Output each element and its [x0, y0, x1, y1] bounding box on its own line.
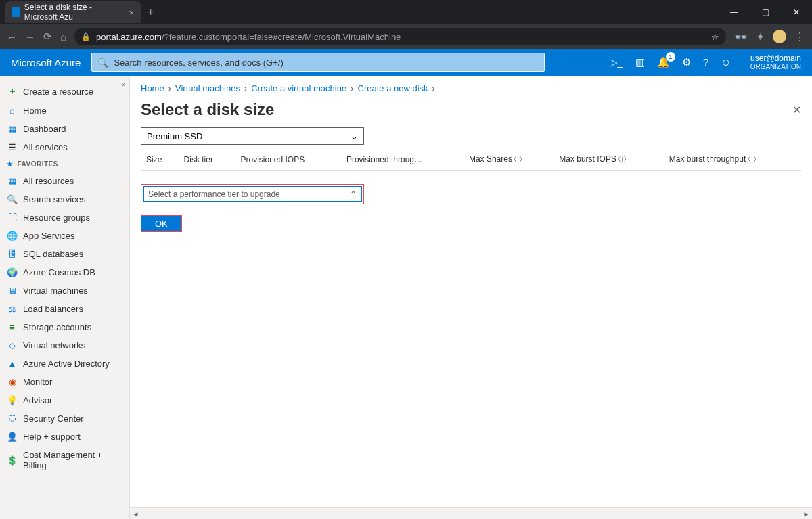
- list-icon: ☰: [7, 142, 18, 152]
- close-tab-icon[interactable]: ×: [129, 7, 134, 18]
- sidebar-item-storage-accounts[interactable]: ≡Storage accounts: [0, 318, 129, 336]
- sidebar-item-sql-databases[interactable]: 🗄SQL databases: [0, 245, 129, 263]
- sidebar-item-azure-cosmos-db[interactable]: 🌍Azure Cosmos DB: [0, 263, 129, 281]
- sidebar-item-azure-active-directory[interactable]: ▲Azure Active Directory: [0, 355, 129, 373]
- help-icon[interactable]: ?: [703, 56, 708, 68]
- breadcrumb-link[interactable]: Create a new disk: [358, 83, 428, 93]
- sidebar-item-advisor[interactable]: 💡Advisor: [0, 391, 129, 409]
- url-path: /?feature.customportal=false#create/Micr…: [162, 32, 401, 42]
- info-icon[interactable]: ⓘ: [618, 155, 626, 163]
- service-icon: ▲: [7, 359, 18, 369]
- service-icon: 🗄: [7, 249, 18, 259]
- column-header[interactable]: Provisioned IOPS: [235, 149, 340, 171]
- column-header[interactable]: Provisioned throug…: [341, 149, 464, 171]
- url-host: portal.azure.com: [96, 32, 162, 42]
- user-menu[interactable]: user@domain ORGANIZATION: [750, 53, 801, 71]
- horizontal-scrollbar[interactable]: ◄ ►: [130, 507, 812, 519]
- sidebar-item-virtual-networks[interactable]: ◇Virtual networks: [0, 336, 129, 355]
- reload-button[interactable]: ⟳: [43, 30, 52, 43]
- close-panel-icon[interactable]: ✕: [792, 104, 801, 116]
- column-header[interactable]: Max burst IOPS ⓘ: [554, 149, 664, 171]
- feedback-icon[interactable]: ☺: [721, 56, 731, 68]
- scroll-left-icon[interactable]: ◄: [130, 508, 141, 519]
- sidebar-item-load-balancers[interactable]: ⚖Load balancers: [0, 300, 129, 318]
- info-icon[interactable]: ⓘ: [514, 155, 522, 163]
- service-icon: ◉: [7, 377, 18, 387]
- browser-tab[interactable]: Select a disk size - Microsoft Azu ×: [5, 1, 141, 23]
- sidebar-favorites-header: ★FAVORITES: [0, 156, 129, 172]
- browser-menu-icon[interactable]: ⋮: [794, 30, 805, 43]
- disk-type-dropdown[interactable]: Premium SSD ⌄: [141, 127, 364, 145]
- sidebar-create-resource[interactable]: ＋Create a resource: [0, 81, 129, 101]
- azure-search-input[interactable]: 🔍 Search resources, services, and docs (…: [91, 53, 545, 72]
- forward-button[interactable]: →: [25, 31, 35, 43]
- service-icon: ▦: [7, 176, 18, 186]
- incognito-icon[interactable]: 👓: [734, 30, 748, 43]
- service-icon: 🌐: [7, 231, 18, 241]
- sidebar-item-virtual-machines[interactable]: 🖥Virtual machines: [0, 281, 129, 300]
- window-controls: ― ▢ ✕: [719, 0, 812, 24]
- service-icon: 🔍: [7, 194, 18, 204]
- sidebar-item-monitor[interactable]: ◉Monitor: [0, 373, 129, 391]
- column-header[interactable]: Size: [141, 149, 179, 171]
- user-org: ORGANIZATION: [750, 63, 801, 71]
- extensions-icon[interactable]: ✦: [756, 30, 765, 43]
- chevron-up-icon: ⌃: [350, 189, 357, 199]
- breadcrumb-link[interactable]: Home: [141, 83, 164, 93]
- sidebar-item-search-services[interactable]: 🔍Search services: [0, 190, 129, 208]
- column-header[interactable]: Max Shares ⓘ: [464, 149, 554, 171]
- minimize-button[interactable]: ―: [719, 0, 750, 24]
- performance-tier-dropdown[interactable]: Select a performance tier to upgrade ⌃: [143, 186, 362, 202]
- home-button[interactable]: ⌂: [60, 31, 66, 43]
- notifications-icon[interactable]: 🔔1: [657, 56, 670, 68]
- chevron-down-icon: ⌄: [351, 131, 358, 141]
- browser-address-bar: ← → ⟳ ⌂ 🔒 portal.azure.com/?feature.cust…: [0, 24, 812, 49]
- sidebar-dashboard[interactable]: ▦Dashboard: [0, 120, 129, 138]
- sidebar-home[interactable]: ⌂Home: [0, 101, 129, 120]
- lock-icon: 🔒: [81, 32, 91, 41]
- page-title: Select a disk size: [141, 100, 274, 119]
- sidebar-all-services[interactable]: ☰All services: [0, 138, 129, 156]
- azure-sidebar: « ＋Create a resource ⌂Home ▦Dashboard ☰A…: [0, 76, 130, 519]
- back-button[interactable]: ←: [7, 31, 17, 43]
- main-panel: Home › Virtual machines › Create a virtu…: [130, 76, 812, 519]
- chevron-right-icon: ›: [168, 83, 171, 93]
- ok-button[interactable]: OK: [141, 215, 182, 232]
- user-email: user@domain: [750, 53, 801, 63]
- info-icon[interactable]: ⓘ: [748, 155, 756, 163]
- url-field[interactable]: 🔒 portal.azure.com/?feature.customportal…: [74, 28, 726, 45]
- settings-icon[interactable]: ⚙: [682, 56, 691, 68]
- sidebar-item-cost-management-billing[interactable]: 💲Cost Management + Billing: [0, 446, 129, 474]
- breadcrumb-link[interactable]: Virtual machines: [175, 83, 240, 93]
- directory-filter-icon[interactable]: ▥: [635, 56, 645, 68]
- sidebar-item-resource-groups[interactable]: ⛶Resource groups: [0, 208, 129, 227]
- sidebar-item-app-services[interactable]: 🌐App Services: [0, 227, 129, 245]
- scroll-right-icon[interactable]: ►: [800, 508, 812, 519]
- new-tab-button[interactable]: +: [141, 6, 160, 18]
- star-icon[interactable]: ☆: [711, 32, 719, 42]
- performance-tier-box: Select a performance tier to upgrade ⌃: [141, 184, 364, 204]
- search-icon: 🔍: [97, 58, 108, 68]
- maximize-button[interactable]: ▢: [750, 0, 781, 24]
- breadcrumb-link[interactable]: Create a virtual machine: [251, 83, 346, 93]
- sidebar-item-all-resources[interactable]: ▦All resources: [0, 172, 129, 190]
- profile-avatar[interactable]: [773, 30, 786, 43]
- azure-logo[interactable]: Microsoft Azure: [11, 57, 81, 68]
- breadcrumb: Home › Virtual machines › Create a virtu…: [130, 76, 812, 100]
- azure-favicon-icon: [12, 7, 20, 17]
- sidebar-item-security-center[interactable]: 🛡Security Center: [0, 409, 129, 428]
- close-window-button[interactable]: ✕: [781, 0, 812, 24]
- content-scroll[interactable]: Premium SSD ⌄ SizeDisk tierProvisioned I…: [130, 127, 812, 507]
- service-icon: 🖥: [7, 286, 18, 296]
- column-header[interactable]: Max burst throughput ⓘ: [664, 149, 801, 171]
- disk-size-table: SizeDisk tierProvisioned IOPSProvisioned…: [141, 149, 801, 171]
- chevron-right-icon: ›: [244, 83, 247, 93]
- perf-placeholder: Select a performance tier to upgrade: [148, 189, 280, 199]
- collapse-sidebar-icon[interactable]: «: [121, 80, 125, 88]
- service-icon: 🌍: [7, 267, 18, 277]
- disk-type-value: Premium SSD: [147, 131, 202, 141]
- cloud-shell-icon[interactable]: ▷_: [610, 56, 623, 68]
- dashboard-icon: ▦: [7, 124, 18, 134]
- column-header[interactable]: Disk tier: [179, 149, 235, 171]
- sidebar-item-help-support[interactable]: 👤Help + support: [0, 428, 129, 446]
